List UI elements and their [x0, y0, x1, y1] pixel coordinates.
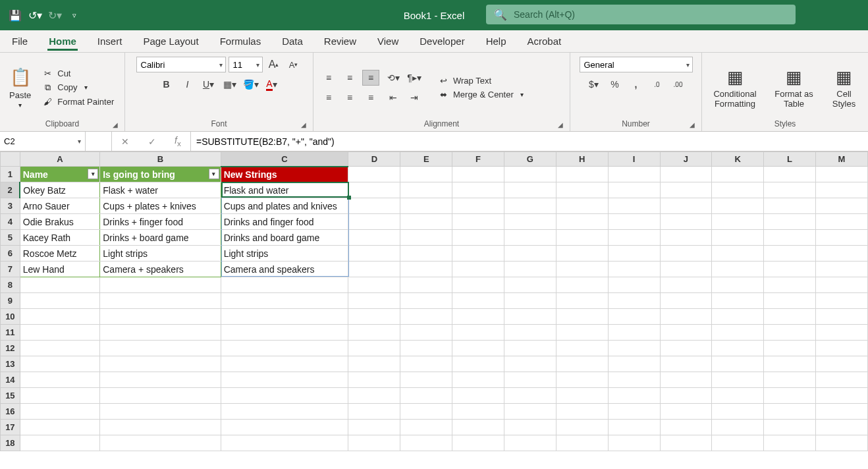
cell-D8[interactable]	[348, 277, 400, 293]
cell-L10[interactable]	[764, 309, 816, 325]
clipboard-launcher-icon[interactable]: ◢	[113, 121, 118, 128]
cell-K8[interactable]	[712, 277, 764, 293]
cell-C15[interactable]	[221, 388, 348, 404]
cell-H15[interactable]	[556, 388, 608, 404]
row-header-1[interactable]: 1	[1, 167, 20, 182]
cell-M13[interactable]	[816, 356, 868, 372]
col-header-F[interactable]: F	[452, 152, 504, 167]
cell-C9[interactable]	[221, 293, 348, 309]
number-format-combo[interactable]: General	[580, 57, 693, 72]
col-header-K[interactable]: K	[712, 152, 764, 167]
cell-K5[interactable]	[712, 230, 764, 246]
cell-G8[interactable]	[504, 277, 556, 293]
cell-K10[interactable]	[712, 309, 764, 325]
cell-I7[interactable]	[608, 262, 660, 277]
cell-E15[interactable]	[400, 388, 452, 404]
cell-B2[interactable]: Flask + water	[100, 182, 221, 198]
cell-G9[interactable]	[504, 293, 556, 309]
cell-A11[interactable]	[20, 325, 99, 341]
cell-E16[interactable]	[400, 404, 452, 420]
cell-I10[interactable]	[608, 309, 660, 325]
cell-K16[interactable]	[712, 404, 764, 420]
cancel-formula-icon[interactable]: ✕	[121, 136, 129, 147]
cell-B13[interactable]	[100, 356, 221, 372]
row-header-17[interactable]: 17	[1, 420, 20, 435]
cell-H7[interactable]	[556, 262, 608, 277]
tab-home[interactable]: Home	[47, 32, 78, 51]
cell-I11[interactable]	[608, 325, 660, 341]
paste-button[interactable]: 📋 Paste ▾	[7, 65, 34, 110]
cell-J6[interactable]	[660, 246, 712, 262]
cell-G6[interactable]	[504, 246, 556, 262]
cell-F4[interactable]	[452, 214, 504, 230]
cell-L13[interactable]	[764, 356, 816, 372]
conditional-formatting-button[interactable]: ▦Conditional Formatting	[709, 65, 761, 110]
cell-J13[interactable]	[660, 356, 712, 372]
cell-I6[interactable]	[608, 246, 660, 262]
cell-L8[interactable]	[764, 277, 816, 293]
cut-button[interactable]: ✂Cut	[39, 68, 117, 79]
cell-G16[interactable]	[504, 404, 556, 420]
cell-J12[interactable]	[660, 341, 712, 356]
cell-K15[interactable]	[712, 388, 764, 404]
cell-G13[interactable]	[504, 356, 556, 372]
cell-C11[interactable]	[221, 325, 348, 341]
cell-E8[interactable]	[400, 277, 452, 293]
cell-G2[interactable]	[504, 182, 556, 198]
tab-file[interactable]: File	[11, 32, 29, 51]
row-header-3[interactable]: 3	[1, 198, 20, 214]
cell-L11[interactable]	[764, 325, 816, 341]
cell-A6[interactable]: Roscoe Metz	[20, 246, 99, 262]
cell-A12[interactable]	[20, 341, 99, 356]
cell-F11[interactable]	[452, 325, 504, 341]
cell-M5[interactable]	[816, 230, 868, 246]
cell-D7[interactable]	[348, 262, 400, 277]
cell-I1[interactable]	[608, 167, 660, 182]
cell-I9[interactable]	[608, 293, 660, 309]
col-header-M[interactable]: M	[816, 152, 868, 167]
cell-K18[interactable]	[712, 435, 764, 451]
cell-G12[interactable]	[504, 341, 556, 356]
cell-G4[interactable]	[504, 214, 556, 230]
formula-input[interactable]	[196, 136, 863, 147]
cell-D18[interactable]	[348, 435, 400, 451]
cell-B11[interactable]	[100, 325, 221, 341]
cell-K11[interactable]	[712, 325, 764, 341]
row-header-11[interactable]: 11	[1, 325, 20, 341]
cell-B15[interactable]	[100, 388, 221, 404]
cell-E2[interactable]	[400, 182, 452, 198]
comma-button[interactable]: ,	[628, 76, 645, 92]
cell-E3[interactable]	[400, 198, 452, 214]
cell-C13[interactable]	[221, 356, 348, 372]
cell-F13[interactable]	[452, 356, 504, 372]
italic-button[interactable]: I	[179, 76, 196, 92]
cell-M10[interactable]	[816, 309, 868, 325]
qat-customize-icon[interactable]: ▿	[67, 11, 82, 20]
cell-H4[interactable]	[556, 214, 608, 230]
tab-review[interactable]: Review	[323, 32, 358, 51]
cell-E14[interactable]	[400, 372, 452, 388]
cell-A1[interactable]: Name▾	[20, 167, 99, 182]
cell-C16[interactable]	[221, 404, 348, 420]
cell-A18[interactable]	[20, 435, 99, 451]
cell-J15[interactable]	[660, 388, 712, 404]
cell-I5[interactable]	[608, 230, 660, 246]
row-header-8[interactable]: 8	[1, 277, 20, 293]
cell-L9[interactable]	[764, 293, 816, 309]
cell-F17[interactable]	[452, 420, 504, 435]
cell-K12[interactable]	[712, 341, 764, 356]
cell-D15[interactable]	[348, 388, 400, 404]
cell-K3[interactable]	[712, 198, 764, 214]
cell-A7[interactable]: Lew Hand	[20, 262, 99, 277]
cell-I17[interactable]	[608, 420, 660, 435]
cell-L2[interactable]	[764, 182, 816, 198]
cell-H8[interactable]	[556, 277, 608, 293]
cell-B14[interactable]	[100, 372, 221, 388]
cell-C18[interactable]	[221, 435, 348, 451]
cell-L7[interactable]	[764, 262, 816, 277]
cell-L14[interactable]	[764, 372, 816, 388]
cell-I18[interactable]	[608, 435, 660, 451]
cell-I16[interactable]	[608, 404, 660, 420]
cell-J1[interactable]	[660, 167, 712, 182]
ltr-button[interactable]: ¶▸▾	[406, 70, 423, 86]
